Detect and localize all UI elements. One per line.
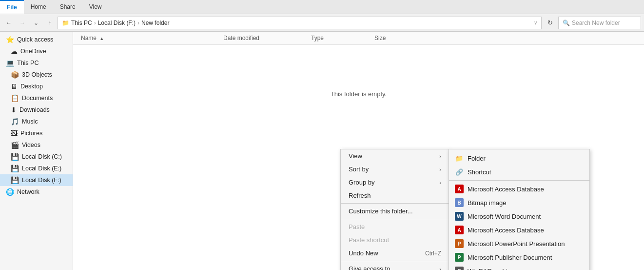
sidebar-label-this-pc: This PC: [17, 60, 39, 66]
sidebar-item-downloads[interactable]: ⬇ Downloads: [0, 104, 73, 116]
col-type[interactable]: Type: [307, 34, 371, 42]
ctx-paste-label: Paste: [349, 223, 365, 230]
sidebar-item-local-c[interactable]: 💾 Local Disk (C:): [0, 151, 73, 163]
ctx-give-access-arrow: ›: [439, 266, 441, 270]
sidebar-item-3d-objects[interactable]: 📦 3D Objects: [0, 69, 73, 81]
sidebar-label-local-f: Local Disk (F:): [22, 177, 61, 184]
tab-share[interactable]: Share: [53, 0, 82, 14]
submenu-shortcut[interactable]: 🔗 Shortcut: [449, 165, 589, 179]
sidebar-label-downloads: Downloads: [20, 106, 50, 113]
sidebar-label-3d-objects: 3D Objects: [22, 71, 52, 78]
ctx-sort-by-label: Sort by: [349, 166, 369, 173]
ctx-undo-new[interactable]: Undo New Ctrl+Z: [341, 247, 449, 260]
ctx-group-by-arrow: ›: [439, 180, 441, 186]
submenu-publisher[interactable]: P Microsoft Publisher Document: [449, 250, 589, 264]
submenu-winrar[interactable]: R WinRAR archive: [449, 264, 589, 270]
submenu-access-db2[interactable]: A Microsoft Access Database: [449, 223, 589, 237]
desktop-icon: 🖥: [11, 83, 18, 90]
bitmap-icon: B: [455, 198, 464, 207]
sidebar-label-local-e: Local Disk (E:): [22, 165, 61, 172]
back-button[interactable]: ←: [3, 17, 15, 29]
sort-arrow-name: ▲: [99, 36, 104, 41]
breadcrumb-arrow[interactable]: ∨: [534, 20, 537, 25]
3d-objects-icon: 📦: [11, 71, 19, 79]
ctx-give-access-label: Give access to: [349, 265, 390, 270]
col-name[interactable]: Name ▲: [73, 34, 219, 42]
submenu-folder-label: Folder: [468, 155, 486, 162]
breadcrumb-this-pc[interactable]: This PC: [71, 20, 92, 26]
ctx-give-access[interactable]: Give access to ›: [341, 262, 449, 270]
submenu-ppt[interactable]: P Microsoft PowerPoint Presentation: [449, 237, 589, 250]
recent-button[interactable]: ⌄: [30, 17, 42, 29]
quick-access-icon: ⭐: [6, 36, 14, 43]
ctx-paste: Paste: [341, 220, 449, 233]
tab-view[interactable]: View: [82, 0, 109, 14]
winrar-icon: R: [455, 267, 464, 270]
col-size[interactable]: Size: [371, 34, 419, 42]
breadcrumb-new-folder[interactable]: New folder: [141, 20, 169, 26]
sidebar-item-videos[interactable]: 🎬 Videos: [0, 139, 73, 151]
this-pc-icon: 💻: [6, 59, 14, 67]
tab-home[interactable]: Home: [24, 0, 53, 14]
submenu-word-label: Microsoft Word Document: [468, 213, 541, 220]
address-bar[interactable]: 📁 This PC › Local Disk (F:) › New folder…: [58, 17, 542, 29]
sidebar-item-local-e[interactable]: 💾 Local Disk (E:): [0, 163, 73, 174]
shortcut-icon: 🔗: [455, 167, 464, 176]
folder-icon: 📁: [455, 154, 464, 163]
network-icon: 🌐: [6, 188, 14, 196]
sidebar: ⭐ Quick access ☁ OneDrive 💻 This PC 📦 3D…: [0, 32, 73, 270]
empty-folder-message: This folder is empty.: [73, 45, 644, 143]
col-date-modified[interactable]: Date modified: [219, 34, 307, 42]
sidebar-label-desktop: Desktop: [20, 83, 43, 90]
ctx-customize[interactable]: Customize this folder...: [341, 205, 449, 218]
sidebar-item-onedrive[interactable]: ☁ OneDrive: [0, 45, 73, 57]
submenu-word[interactable]: W Microsoft Word Document: [449, 209, 589, 223]
access-db-icon: A: [455, 185, 464, 193]
content-area: Name ▲ Date modified Type Size This fold…: [73, 32, 644, 270]
sidebar-item-documents[interactable]: 📋 Documents: [0, 92, 73, 104]
submenu-folder[interactable]: 📁 Folder: [449, 151, 589, 165]
ctx-refresh[interactable]: Refresh: [341, 189, 449, 202]
search-icon: 🔍: [563, 20, 570, 26]
ctx-view[interactable]: View ›: [341, 149, 449, 163]
pictures-icon: 🖼: [11, 129, 18, 137]
sidebar-item-pictures[interactable]: 🖼 Pictures: [0, 127, 73, 139]
sidebar-label-pictures: Pictures: [20, 130, 42, 137]
ctx-group-by[interactable]: Group by ›: [341, 176, 449, 189]
up-button[interactable]: ↑: [44, 17, 56, 29]
sidebar-item-this-pc[interactable]: 💻 This PC: [0, 57, 73, 69]
ctx-sort-by-arrow: ›: [439, 166, 441, 172]
refresh-button[interactable]: ↻: [544, 17, 556, 29]
sidebar-item-network[interactable]: 🌐 Network: [0, 186, 73, 198]
sidebar-item-music[interactable]: 🎵 Music: [0, 116, 73, 127]
submenu-access-db[interactable]: A Microsoft Access Database: [449, 182, 589, 196]
search-box[interactable]: 🔍 Search New folder: [558, 17, 641, 29]
tab-file[interactable]: File: [0, 0, 24, 14]
submenu-bitmap[interactable]: B Bitmap image: [449, 196, 589, 209]
sidebar-label-videos: Videos: [22, 142, 40, 148]
local-e-icon: 💾: [11, 165, 19, 172]
local-c-icon: 💾: [11, 153, 19, 161]
onedrive-icon: ☁: [11, 47, 18, 55]
ctx-customize-label: Customize this folder...: [349, 208, 413, 215]
sidebar-item-quick-access[interactable]: ⭐ Quick access: [0, 34, 73, 45]
ctx-sep2: [341, 219, 449, 219]
videos-icon: 🎬: [11, 141, 19, 149]
breadcrumb-local-disk[interactable]: Local Disk (F:): [98, 20, 136, 26]
ctx-view-arrow: ›: [439, 153, 441, 159]
main-layout: ⭐ Quick access ☁ OneDrive 💻 This PC 📦 3D…: [0, 32, 644, 270]
context-menu: View › Sort by › Group by › Refresh Cust…: [340, 149, 449, 270]
ctx-paste-shortcut-label: Paste shortcut: [349, 236, 389, 244]
publisher-icon: P: [455, 253, 464, 262]
breadcrumb-icon: 📁: [62, 20, 69, 26]
word-icon: W: [455, 212, 464, 221]
ctx-group-by-label: Group by: [349, 179, 374, 186]
sidebar-item-local-f[interactable]: 💾 Local Disk (F:): [0, 174, 73, 186]
ctx-sort-by[interactable]: Sort by ›: [341, 163, 449, 176]
ctx-sep3: [341, 261, 449, 261]
submenu-ppt-label: Microsoft PowerPoint Presentation: [468, 240, 565, 248]
sidebar-label-onedrive: OneDrive: [20, 48, 46, 55]
ctx-refresh-label: Refresh: [349, 192, 371, 199]
forward-button[interactable]: →: [17, 17, 28, 29]
sidebar-item-desktop[interactable]: 🖥 Desktop: [0, 81, 73, 92]
